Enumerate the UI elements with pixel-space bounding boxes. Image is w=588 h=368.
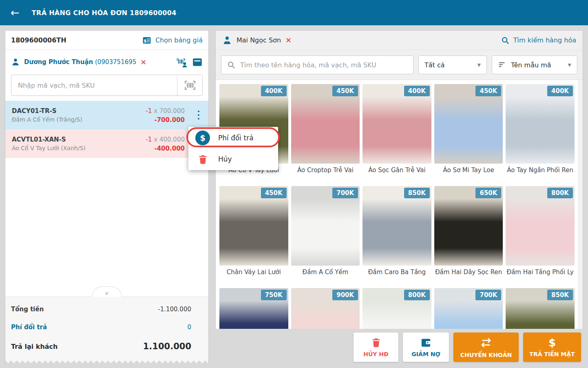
- item-unit-price: 700.000: [159, 107, 185, 115]
- summary-row: Phí đổi trả 0: [5, 318, 208, 336]
- product-catalog-panel: Mai Ngọc Sơn ✕ Tìm kiếm hàng hóa Tất cả …: [215, 30, 583, 329]
- product-image: 650K: [434, 186, 503, 266]
- caret-down-icon: ▼: [568, 62, 571, 68]
- price-badge: 700K: [475, 290, 501, 300]
- remove-customer-icon[interactable]: ✕: [285, 36, 292, 44]
- barcode-scan-button[interactable]: [177, 75, 202, 95]
- product-image: 800K: [363, 288, 431, 329]
- action-button[interactable]: $ TRẢ TIỀN MẶT: [523, 333, 581, 362]
- search-products-label: Tìm kiếm hàng hóa: [513, 36, 576, 44]
- cart-summary: Tổng tiền -1.100.000 Phí đổi trả 0 Trả l…: [5, 297, 208, 359]
- item-sku: DACY01-TR-S: [12, 107, 146, 115]
- sort-value: Tên mẫu mã: [511, 61, 564, 69]
- cart-customer-name: Dương Phước Thuận (0903751695: [24, 58, 136, 66]
- line-item-context-menu: $ Phí đổi trả Hủy: [188, 127, 278, 170]
- barcode-scan-icon: [184, 80, 196, 91]
- product-card[interactable]: 750K: [219, 288, 288, 329]
- price-table-icon: $: [142, 35, 152, 45]
- product-card[interactable]: 450K Áo Croptop Trễ Vai: [291, 84, 360, 183]
- search-products-link[interactable]: Tìm kiếm hàng hóa: [501, 36, 576, 45]
- product-name: Đầm Caro Ba Tầng: [363, 266, 431, 285]
- search-icon: [227, 60, 236, 69]
- product-name: Áo Tay Ngắn Phối Ren: [506, 164, 575, 183]
- product-card[interactable]: 850K Đầm Caro Ba Tầng: [363, 186, 431, 285]
- item-overflow-menu-icon[interactable]: [196, 109, 201, 121]
- item-qty-price: -1 x 700.000: [146, 107, 185, 115]
- price-badge: 850K: [547, 290, 573, 300]
- product-image: 750K: [219, 288, 288, 329]
- product-image: 800K: [506, 186, 575, 266]
- context-menu-item[interactable]: $ Phí đổi trả: [188, 127, 278, 149]
- price-badge: 650K: [475, 188, 501, 198]
- item-qty-price: -1 x 400.000: [146, 135, 185, 143]
- remove-customer-icon[interactable]: ✕: [140, 58, 146, 67]
- choose-price-table-button[interactable]: $ Chọn bảng giá: [142, 35, 203, 45]
- transfer-icon: [480, 337, 493, 349]
- summary-row: Tổng tiền -1.100.000: [5, 300, 208, 318]
- scrollbar[interactable]: [578, 80, 583, 329]
- action-button[interactable]: GIẢM NỢ: [403, 333, 449, 362]
- item-amount: -400.000: [146, 145, 185, 152]
- action-button[interactable]: HỦY HĐ: [354, 333, 398, 362]
- back-arrow-icon[interactable]: ←: [11, 7, 20, 18]
- customer-barcode-icon[interactable]: [175, 57, 188, 68]
- cart-line-item[interactable]: ACVTL01-XAN-S Áo Cổ V Tay Lưới (Xanh/S) …: [5, 129, 208, 158]
- product-image: 900K: [291, 288, 360, 329]
- price-badge: 800K: [547, 188, 573, 198]
- product-card[interactable]: 800K: [363, 288, 431, 329]
- product-card[interactable]: 850K: [506, 288, 575, 329]
- category-filter-dropdown[interactable]: Tất cả ▼: [418, 55, 487, 74]
- product-card[interactable]: 450K Chân Váy Lai Lưới: [219, 186, 288, 285]
- invoice-row: 1809600006TH $ Chọn bảng giá: [5, 31, 208, 50]
- price-badge: 800K: [404, 290, 430, 300]
- page-title: TRẢ HÀNG CHO HÓA ĐƠN 1809600004: [32, 9, 177, 17]
- context-menu-item-label: Hủy: [218, 155, 232, 163]
- choose-price-table-label: Chọn bảng giá: [155, 36, 203, 44]
- sort-icon: [498, 60, 507, 69]
- context-menu-item[interactable]: Hủy: [188, 149, 278, 170]
- product-image: 700K: [434, 288, 503, 329]
- barcode-input[interactable]: [11, 75, 177, 95]
- product-card[interactable]: 450K Áo Sơ Mi Tay Loe: [434, 84, 503, 183]
- product-card[interactable]: 400K Áo Tay Ngắn Phối Ren: [506, 84, 575, 183]
- trash-icon: [195, 154, 210, 165]
- summary-value: -1.100.000: [158, 306, 191, 313]
- product-image: 850K: [363, 186, 431, 266]
- action-button[interactable]: CHUYỂN KHOẢN: [453, 333, 519, 362]
- summary-label: Phí đổi trả: [11, 324, 47, 331]
- return-cart-panel: 1809600006TH $ Chọn bảng giá Dương Phước…: [5, 30, 209, 364]
- action-button-label: CHUYỂN KHOẢN: [460, 352, 512, 358]
- dollar-icon: $: [548, 337, 556, 348]
- product-image: 700K: [291, 186, 360, 266]
- product-search-input[interactable]: [240, 61, 408, 69]
- catalog-customer-name: Mai Ngọc Sơn: [237, 36, 281, 44]
- product-card[interactable]: 900K: [291, 288, 360, 329]
- product-image: 450K: [434, 84, 503, 164]
- dollar-circle-icon: $: [195, 131, 210, 145]
- product-card[interactable]: 700K: [434, 288, 503, 329]
- product-card[interactable]: 700K Đầm A Cổ Yếm: [291, 186, 360, 285]
- item-quantity: -1: [146, 136, 152, 143]
- summary-label: Tổng tiền: [11, 306, 44, 313]
- collapse-summary-button[interactable]: »: [92, 286, 122, 297]
- product-card[interactable]: 400K Áo Sọc Gân Trễ Vai: [363, 84, 431, 183]
- caret-down-icon: ▼: [477, 62, 481, 68]
- product-search-box: [221, 55, 413, 74]
- product-grid: 400K Áo Cổ V Tay Lưới 450K Áo Croptop Tr…: [216, 80, 583, 329]
- product-grid-area: 400K Áo Cổ V Tay Lưới 450K Áo Croptop Tr…: [216, 80, 583, 329]
- trash-icon: [371, 337, 382, 348]
- item-name: Áo Cổ V Tay Lưới (Xanh/S): [12, 145, 146, 151]
- summary-divider: »: [5, 297, 208, 297]
- price-badge: 900K: [332, 290, 358, 300]
- sort-dropdown[interactable]: Tên mẫu mã ▼: [492, 55, 577, 74]
- product-card[interactable]: 800K Đầm Hai Tầng Phối Ly: [506, 186, 575, 285]
- product-card[interactable]: 650K Đầm Hai Dây Sọc Ren: [434, 186, 503, 285]
- product-name: Áo Sơ Mi Tay Loe: [434, 164, 503, 183]
- item-name: Đầm A Cổ Yếm (Trắng/S): [12, 116, 146, 123]
- calendar-icon[interactable]: [192, 57, 203, 67]
- action-button-label: GIẢM NỢ: [411, 351, 440, 357]
- price-badge: 700K: [332, 188, 358, 198]
- wallet-icon: [420, 337, 431, 348]
- cart-line-item[interactable]: DACY01-TR-S Đầm A Cổ Yếm (Trắng/S) -1 x …: [5, 101, 208, 129]
- summary-value: 1.100.000: [143, 341, 191, 351]
